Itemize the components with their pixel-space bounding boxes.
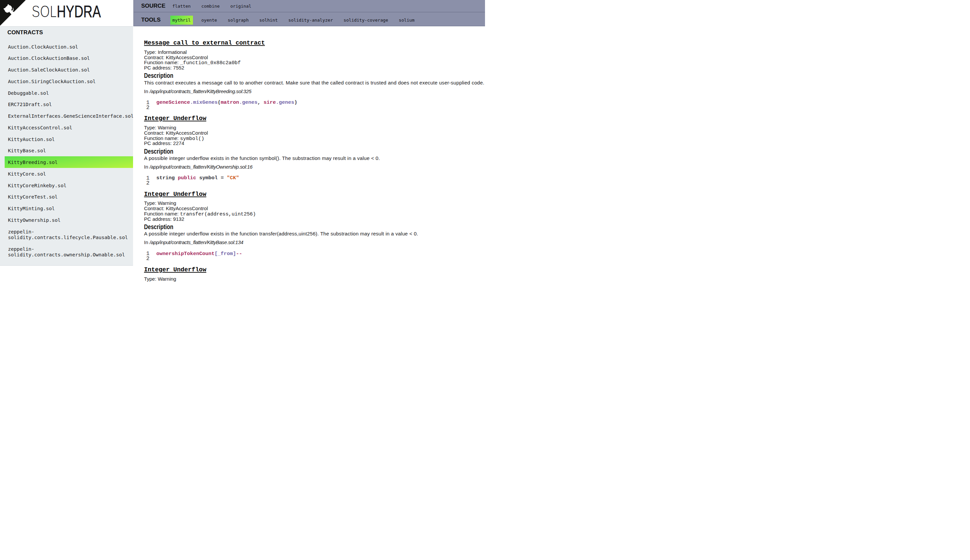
menu-item-solium[interactable]: solium: [397, 16, 417, 25]
logo-sol: SOL: [32, 2, 57, 21]
contract-item-Auction.SiringClockAuction.sol[interactable]: Auction.SiringClockAuction.sol: [5, 75, 133, 87]
report-section: Integer UnderflowType: WarningContract: …: [144, 115, 485, 185]
contract-item-KittyBase.sol[interactable]: KittyBase.sol: [5, 145, 133, 157]
contract-item-KittyCore.sol[interactable]: KittyCore.sol: [5, 168, 133, 180]
section-meta: Type: Warning: [144, 276, 485, 280]
contract-item-zeppelin-solidity.contracts.lifecycle.Pausable.sol[interactable]: zeppelin-solidity.contracts.lifecycle.Pa…: [5, 226, 133, 243]
section-title: Message call to external contract: [144, 40, 485, 47]
code-line: 2: [144, 180, 485, 185]
sidebar: CONTRACTS Auction.ClockAuction.solAuctio…: [0, 26, 133, 266]
sidebar-title: CONTRACTS: [7, 29, 133, 36]
menu-item-combine[interactable]: combine: [199, 2, 222, 11]
code-token: .mixGenes: [190, 100, 218, 105]
code-token: "CK": [227, 175, 239, 181]
location-path: /app/input/contracts_flatten/KittyBase.s…: [150, 240, 243, 245]
line-number: 2: [144, 180, 149, 185]
description-text: This contract executes a message call to…: [144, 80, 485, 85]
app-logo: SOLHYDRA: [32, 4, 101, 20]
location-path: /app/input/contracts_flatten/KittyBreedi…: [150, 88, 252, 94]
code-token: public: [178, 175, 196, 181]
code-token: geneScience: [156, 100, 190, 105]
section-title: Integer Underflow: [144, 115, 485, 122]
location-path: /app/input/contracts_flatten/KittyOwners…: [150, 164, 252, 170]
menu-item-solidity-coverage[interactable]: solidity-coverage: [341, 16, 390, 25]
contract-item-Debuggable.sol[interactable]: Debuggable.sol: [5, 87, 133, 99]
contract-item-KittyMinting.sol[interactable]: KittyMinting.sol: [5, 203, 133, 214]
tools-menu-label: TOOLS: [142, 17, 173, 23]
code-token: .genes: [276, 100, 294, 105]
menu-item-oyente[interactable]: oyente: [199, 16, 219, 25]
contract-item-zeppelin-solidity.contracts.ownership.Ownable.sol[interactable]: zeppelin-solidity.contracts.ownership.Ow…: [5, 243, 133, 260]
contract-item-Auction.ClockAuction.sol[interactable]: Auction.ClockAuction.sol: [5, 41, 133, 53]
description-label: Description: [144, 73, 485, 78]
menu-item-original[interactable]: original: [228, 2, 253, 11]
source-menu-row: SOURCE flattencombineoriginal: [134, 0, 485, 12]
code-token: string: [156, 175, 178, 181]
contract-item-KittyCoreTest.sol[interactable]: KittyCoreTest.sol: [5, 191, 133, 203]
report-main: Message call to external contractType: I…: [133, 26, 485, 280]
contract-item-Auction.ClockAuctionBase.sol[interactable]: Auction.ClockAuctionBase.sol: [5, 52, 133, 64]
contract-item-Auction.SaleClockAuction.sol[interactable]: Auction.SaleClockAuction.sol: [5, 64, 133, 75]
section-meta: Type: InformationalContract: KittyAccess…: [144, 50, 485, 70]
contract-item-KittyOwnership.sol[interactable]: KittyOwnership.sol: [5, 214, 133, 226]
code-line: 1string public symbol = "CK": [144, 176, 485, 180]
section-title: Integer Underflow: [144, 191, 485, 198]
code-token: (: [218, 100, 220, 105]
line-number: 2: [144, 256, 149, 261]
contract-list: Auction.ClockAuction.solAuction.ClockAuc…: [5, 41, 133, 260]
section-meta: Type: WarningContract: KittyAccessContro…: [144, 125, 485, 146]
header-menus: SOURCE flattencombineoriginal TOOLS myth…: [133, 0, 485, 26]
menu-item-flatten[interactable]: flatten: [170, 2, 193, 11]
source-menu-label: SOURCE: [142, 3, 173, 9]
line-number: 2: [144, 105, 149, 110]
location-line: In /app/input/contracts_flatten/KittyBre…: [144, 89, 485, 94]
location-line: In /app/input/contracts_flatten/KittyBas…: [144, 240, 485, 245]
topbar: SOLHYDRA SOURCE flattencombineoriginal T…: [0, 0, 485, 26]
code-line: 1ownershipTokenCount[_from]--: [144, 252, 485, 257]
code-token: ,: [257, 100, 263, 105]
contract-item-KittyAuction.sol[interactable]: KittyAuction.sol: [5, 133, 133, 145]
contract-item-KittyBreeding.sol[interactable]: KittyBreeding.sol: [5, 156, 133, 168]
code-block: 1geneScience.mixGenes(matron.genes, sire…: [144, 100, 485, 110]
code-block: 1ownershipTokenCount[_from]--2: [144, 252, 485, 262]
logo-area: SOLHYDRA: [0, 0, 133, 26]
contract-item-KittyAccessControl.sol[interactable]: KittyAccessControl.sol: [5, 122, 133, 133]
contract-item-ERC721Draft.sol[interactable]: ERC721Draft.sol: [5, 99, 133, 110]
contract-item-ExternalInterfaces.GeneScienceInterface.sol[interactable]: ExternalInterfaces.GeneScienceInterface.…: [5, 110, 133, 122]
code-line: 2: [144, 105, 485, 110]
code-token: sire: [263, 100, 276, 105]
description-label: Description: [144, 225, 485, 230]
report-section: Integer UnderflowType: Warning: [144, 267, 485, 280]
menu-item-mythril[interactable]: mythril: [170, 16, 193, 25]
tools-menu-row: TOOLS mythriloyentesolgraphsolhintsolidi…: [134, 12, 485, 25]
code-line: 2: [144, 257, 485, 262]
code-token: ): [294, 100, 297, 105]
description-label: Description: [144, 149, 485, 154]
code-token: [_from]: [215, 251, 236, 257]
menu-item-solhint[interactable]: solhint: [257, 16, 280, 25]
menu-item-solidity-analyzer[interactable]: solidity-analyzer: [286, 16, 335, 25]
section-meta: Type: WarningContract: KittyAccessContro…: [144, 200, 485, 222]
section-title: Integer Underflow: [144, 267, 485, 273]
report-section: Integer UnderflowType: WarningContract: …: [144, 191, 485, 262]
description-text: A possible integer underflow exists in t…: [144, 156, 485, 161]
code-line: 1geneScience.mixGenes(matron.genes, sire…: [144, 100, 485, 105]
code-token: .genes: [239, 100, 257, 105]
menu-item-solgraph[interactable]: solgraph: [225, 16, 251, 25]
github-corner-icon[interactable]: [0, 0, 26, 26]
code-token: ownershipTokenCount: [156, 251, 215, 257]
location-line: In /app/input/contracts_flatten/KittyOwn…: [144, 164, 485, 170]
logo-hydra: HYDRA: [57, 2, 100, 21]
code-block: 1string public symbol = "CK"2: [144, 176, 485, 185]
code-token: --: [236, 251, 242, 257]
code-token: symbol =: [196, 175, 227, 181]
description-text: A possible integer underflow exists in t…: [144, 231, 485, 237]
contract-item-KittyCoreRinkeby.sol[interactable]: KittyCoreRinkeby.sol: [5, 180, 133, 191]
code-token: matron: [220, 100, 239, 105]
report-section: Message call to external contractType: I…: [144, 40, 485, 110]
